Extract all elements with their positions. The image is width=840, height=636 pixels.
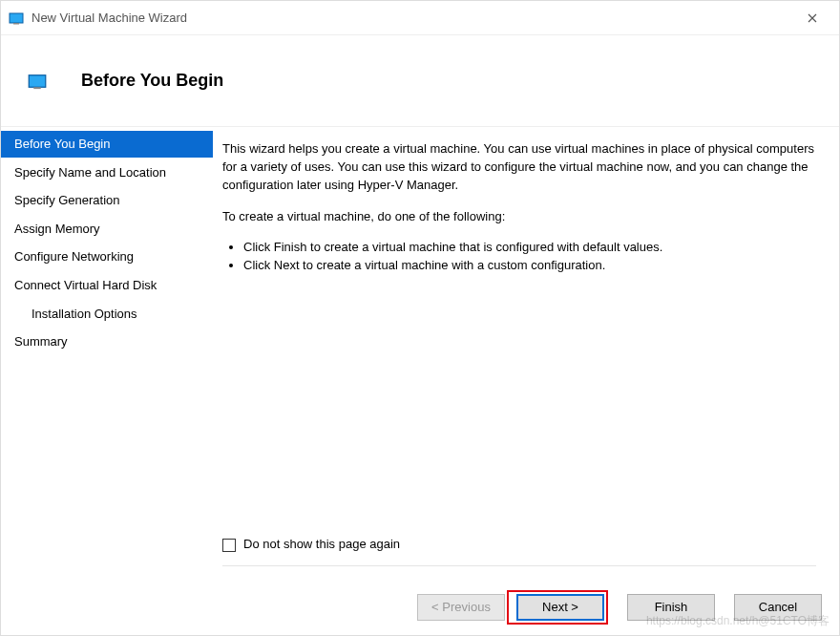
wizard-steps-sidebar: Before You Begin Specify Name and Locati… [1, 127, 213, 576]
list-item: Click Next to create a virtual machine w… [243, 257, 816, 275]
step-connect-vhd[interactable]: Connect Virtual Hard Disk [1, 272, 213, 299]
next-button[interactable]: Next > [516, 594, 604, 621]
step-before-you-begin[interactable]: Before You Begin [1, 131, 213, 158]
instruction-text: To create a virtual machine, do one of t… [222, 208, 816, 226]
step-specify-generation[interactable]: Specify Generation [1, 187, 213, 214]
app-icon [9, 11, 24, 26]
list-item: Click Finish to create a virtual machine… [243, 239, 816, 257]
svg-rect-1 [13, 23, 19, 25]
page-title: Before You Begin [81, 71, 223, 91]
do-not-show-checkbox[interactable] [222, 539, 236, 552]
do-not-show-label: Do not show this page again [243, 536, 400, 554]
step-summary[interactable]: Summary [1, 329, 213, 355]
step-specify-name-location[interactable]: Specify Name and Location [1, 159, 213, 186]
step-assign-memory[interactable]: Assign Memory [1, 216, 213, 243]
svg-rect-2 [29, 74, 46, 87]
wizard-content: This wizard helps you create a virtual m… [213, 127, 839, 576]
wizard-icon [28, 72, 47, 91]
svg-rect-0 [10, 13, 23, 23]
window-title: New Virtual Machine Wizard [32, 11, 791, 25]
previous-button: < Previous [417, 594, 505, 621]
close-icon [808, 13, 817, 23]
instruction-list: Click Finish to create a virtual machine… [222, 239, 816, 275]
step-installation-options[interactable]: Installation Options [1, 301, 213, 328]
finish-button[interactable]: Finish [627, 594, 715, 621]
step-configure-networking[interactable]: Configure Networking [1, 244, 213, 270]
do-not-show-row: Do not show this page again [222, 530, 816, 566]
titlebar: New Virtual Machine Wizard [1, 1, 839, 35]
svg-rect-3 [33, 87, 41, 89]
wizard-footer: < Previous Next > Finish Cancel [1, 576, 839, 636]
wizard-header: Before You Begin [1, 35, 839, 127]
intro-text: This wizard helps you create a virtual m… [222, 140, 816, 195]
next-button-highlight: Next > [507, 590, 608, 625]
cancel-button[interactable]: Cancel [734, 594, 822, 621]
close-button[interactable] [791, 5, 833, 32]
